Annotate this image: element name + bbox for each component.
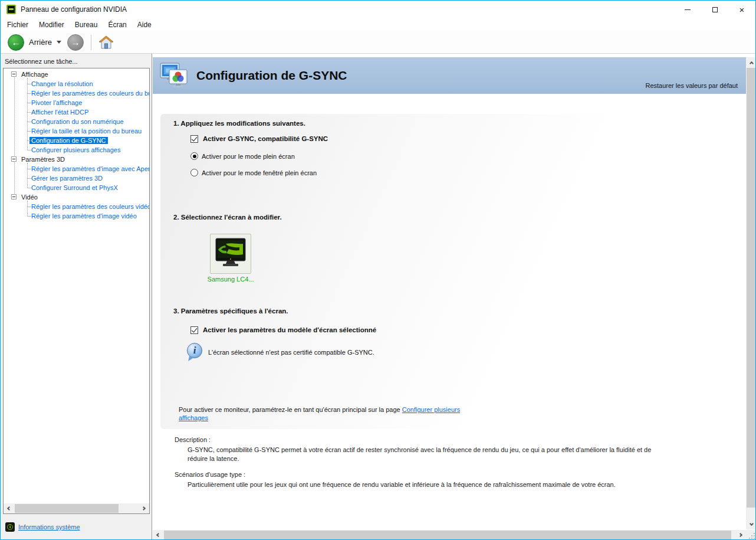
scroll-up-button[interactable] [746, 57, 756, 67]
grip-dots-icon [754, 538, 755, 539]
chevron-up-icon [749, 61, 753, 65]
step1-heading: 1. Appliquez les modifications suivantes… [173, 120, 305, 127]
fullscreen-mode-label[interactable]: Activer pour le mode plein écran [202, 153, 295, 160]
menu-aide[interactable]: Aide [132, 19, 157, 31]
tree-item-pivoter-affichage[interactable]: Pivoter l'affichage [4, 98, 149, 107]
tree-node-parametres-3d[interactable]: Paramètres 3D [4, 155, 149, 164]
tree-item-image-video[interactable]: Régler les paramètres d'image vidéo [4, 211, 149, 221]
forward-button[interactable]: → [67, 34, 84, 51]
scrollbar-thumb[interactable] [747, 68, 756, 508]
tree-item-taille-position[interactable]: Régler la taille et la position du burea… [4, 126, 149, 136]
main-vertical-scrollbar[interactable] [746, 57, 756, 529]
menu-modifier[interactable]: Modifier [34, 19, 70, 31]
fullscreen-mode-radio[interactable] [190, 152, 198, 160]
home-icon[interactable] [98, 35, 114, 50]
display-settings-icon [160, 63, 188, 89]
tree-item-config-gsync[interactable]: Configuration de G-SYNC [4, 136, 149, 145]
info-balloon-icon: i [187, 343, 202, 358]
minimize-icon [685, 9, 691, 10]
windowed-mode-radio[interactable] [190, 169, 198, 176]
forward-arrow-icon: → [71, 37, 80, 47]
description-text: G-SYNC, compatibilité G-SYNC permet à vo… [188, 446, 659, 463]
step3-heading: 3. Paramètres spécifiques à l'écran. [173, 307, 288, 315]
description-label: Description : [175, 436, 211, 443]
system-info-icon: i [5, 522, 15, 532]
collapse-icon[interactable] [11, 71, 17, 77]
gsync-certification-notice: L'écran sélectionné n'est pas certifié c… [208, 349, 374, 356]
monitor-name-label[interactable]: Samsung LC4... [189, 276, 272, 283]
nvidia-control-panel-window: Panneau de configuration NVIDIA × Fichie… [0, 0, 756, 540]
maximize-button[interactable] [701, 1, 728, 18]
toolbar-separator [91, 35, 91, 50]
chevron-left-icon [7, 506, 11, 510]
monitor-thumbnail[interactable] [210, 234, 251, 274]
resize-grip[interactable] [746, 530, 756, 540]
menu-bar: Fichier Modifier Bureau Écran Aide [1, 18, 755, 31]
navigation-toolbar: ← Arrière → [1, 31, 755, 54]
scroll-right-button[interactable] [736, 530, 746, 540]
task-sidebar: Sélectionnez une tâche... Affichage Chan… [1, 54, 152, 540]
system-info-link[interactable]: Informations système [18, 523, 80, 531]
title-bar: Panneau de configuration NVIDIA × [1, 1, 755, 18]
restore-defaults-button[interactable]: Restaurer les valeurs par défaut [645, 82, 738, 89]
task-tree: Affichage Changer la résolution Régler l… [3, 68, 150, 514]
display-settings-label[interactable]: Activer les paramètres du modèle d'écran… [203, 326, 376, 333]
tree-horizontal-scrollbar[interactable] [4, 503, 149, 513]
tree-item-son-numerique[interactable]: Configuration du son numérique [4, 117, 149, 126]
collapse-icon[interactable] [11, 156, 17, 162]
menu-bureau[interactable]: Bureau [70, 19, 103, 31]
chevron-right-icon [142, 506, 146, 510]
step2-heading: 2. Sélectionnez l'écran à modifier. [173, 214, 282, 221]
scrollbar-thumb[interactable] [15, 504, 119, 513]
tree-node-affichage[interactable]: Affichage [4, 70, 149, 79]
sidebar-header: Sélectionnez une tâche... [1, 54, 152, 65]
tree-item-changer-resolution[interactable]: Changer la résolution [4, 79, 149, 89]
scenarios-text: Particulièrement utile pour les jeux qui… [188, 480, 659, 489]
monitor-nvidia-icon [213, 237, 248, 270]
scroll-left-button[interactable] [153, 530, 163, 540]
windowed-mode-label[interactable]: Activer pour le mode fenêtré plein écran [202, 169, 317, 176]
scroll-down-button[interactable] [746, 519, 756, 529]
gsync-enable-label[interactable]: Activer G-SYNC, compatibilité G-SYNC [203, 135, 328, 142]
tree-item-plusieurs-affichages[interactable]: Configurer plusieurs affichages [4, 145, 149, 155]
scenarios-label: Scénarios d'usage type : [175, 471, 245, 478]
system-info-row: i Informations système [5, 522, 80, 532]
tree-item-couleurs-video[interactable]: Régler les paramètres des couleurs vidéo [4, 202, 149, 211]
back-button[interactable]: ← [8, 34, 24, 51]
gsync-enable-checkbox[interactable] [190, 135, 198, 143]
tree-item-image-apercu[interactable]: Régler les paramètres d'image avec Aperç… [4, 164, 149, 174]
tree-item-couleurs-bureau[interactable]: Régler les paramètres des couleurs du bu… [4, 89, 149, 98]
scroll-left-button[interactable] [4, 503, 14, 513]
main-horizontal-scrollbar[interactable] [153, 530, 746, 540]
close-button[interactable]: × [728, 1, 755, 18]
collapse-icon[interactable] [11, 194, 17, 199]
main-panel: Configuration de G-SYNC Restaurer les va… [153, 54, 756, 540]
menu-fichier[interactable]: Fichier [2, 19, 34, 31]
back-arrow-icon: ← [12, 37, 21, 47]
page-title: Configuration de G-SYNC [196, 68, 347, 83]
tree-item-gerer-parametres-3d[interactable]: Gérer les paramètres 3D [4, 174, 149, 183]
window-title: Panneau de configuration NVIDIA [21, 5, 127, 14]
close-icon: × [739, 5, 745, 14]
nvidia-app-icon [6, 5, 16, 14]
back-history-caret-icon[interactable] [57, 41, 61, 44]
tree-item-surround-physx[interactable]: Configurer Surround et PhysX [4, 183, 149, 192]
tree-node-video[interactable]: Vidéo [4, 192, 149, 202]
maximize-icon [712, 7, 718, 12]
menu-ecran[interactable]: Écran [103, 19, 132, 31]
scroll-right-button[interactable] [139, 503, 149, 513]
scrollbar-thumb[interactable] [164, 531, 731, 539]
primary-display-note: Pour activer ce moniteur, paramétrez-le … [179, 405, 483, 422]
tree-item-etat-hdcp[interactable]: Afficher l'état HDCP [4, 107, 149, 117]
page-header: Configuration de G-SYNC Restaurer les va… [153, 57, 746, 94]
back-label[interactable]: Arrière [29, 38, 52, 47]
chevron-down-icon [749, 521, 753, 525]
chevron-right-icon [738, 533, 742, 537]
display-settings-checkbox[interactable] [190, 326, 198, 334]
minimize-button[interactable] [674, 1, 701, 18]
chevron-left-icon [156, 533, 160, 537]
